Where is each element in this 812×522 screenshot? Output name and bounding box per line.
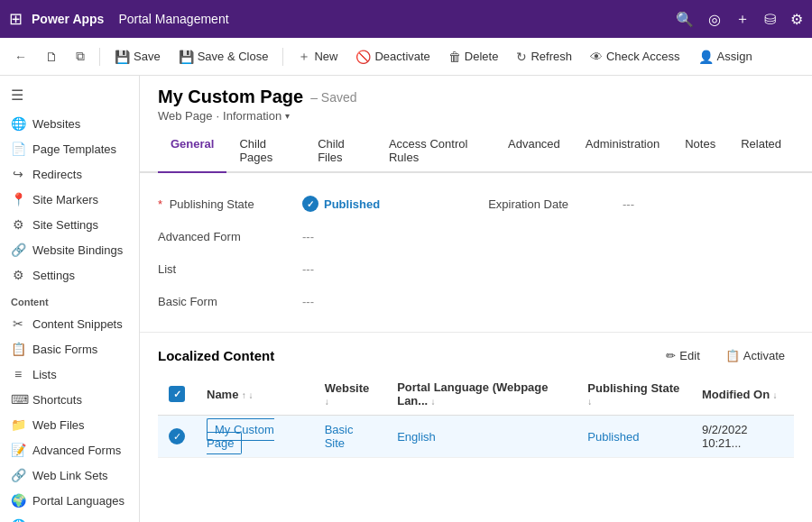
- row-website-link[interactable]: Basic Site: [325, 423, 354, 450]
- tab-access-control-rules[interactable]: Access Control Rules: [376, 130, 495, 173]
- col-publishing-state[interactable]: Publishing State ↓: [577, 373, 691, 416]
- content-area: My Custom Page – Saved Web Page · Inform…: [140, 76, 812, 522]
- sidebar-item-redirects[interactable]: ↪ Redirects: [0, 161, 139, 187]
- check-access-label: Check Access: [606, 50, 680, 63]
- sidebar-item-websites[interactable]: 🌐 Websites: [0, 111, 139, 136]
- publishing-sort-icon[interactable]: ↓: [587, 397, 592, 407]
- save-close-button[interactable]: 💾 Save & Close: [171, 46, 276, 68]
- tab-general[interactable]: General: [158, 130, 226, 173]
- subtitle-view: Information: [223, 109, 281, 123]
- publishing-state-row: * Publishing State ✓ Published Expiratio…: [158, 188, 794, 220]
- grid-icon[interactable]: ⊞: [9, 9, 23, 29]
- col-modified-on-label: Modified On: [702, 388, 770, 401]
- publishing-state-text: Publishing State: [170, 197, 254, 211]
- sidebar-item-content-snippets[interactable]: ✂ Content Snippets: [0, 311, 139, 336]
- lists-icon: ≡: [11, 367, 25, 381]
- select-all-col[interactable]: ✓: [158, 373, 196, 416]
- window-button[interactable]: ⧉: [69, 45, 92, 68]
- sidebar-label-advanced-forms: Advanced Forms: [32, 444, 121, 457]
- copilot-icon[interactable]: ◎: [708, 11, 721, 28]
- col-website[interactable]: Website ↓: [314, 373, 387, 416]
- tab-child-files[interactable]: Child Files: [305, 130, 376, 173]
- sidebar-label-site-settings: Site Settings: [32, 218, 98, 232]
- col-name[interactable]: Name ↑ ↓: [196, 373, 314, 416]
- modified-sort-icon[interactable]: ↓: [772, 390, 777, 400]
- tab-advanced[interactable]: Advanced: [495, 130, 573, 173]
- website-bindings-icon: 🔗: [11, 243, 25, 257]
- col-modified-on[interactable]: Modified On ↓: [691, 373, 794, 416]
- page-title: My Custom Page: [158, 87, 303, 107]
- refresh-button[interactable]: ↻ Refresh: [509, 46, 579, 68]
- assign-button[interactable]: 👤 Assign: [691, 46, 760, 68]
- assign-icon: 👤: [698, 50, 714, 64]
- add-icon[interactable]: ＋: [735, 10, 750, 29]
- sidebar-label-web-pages: Web Pages: [32, 519, 93, 523]
- sep1: [99, 48, 100, 66]
- sidebar-item-portal-languages[interactable]: 🌍 Portal Languages: [0, 488, 139, 513]
- sidebar-item-web-pages[interactable]: 🌐 Web Pages: [0, 513, 139, 522]
- sidebar-item-shortcuts[interactable]: ⌨ Shortcuts: [0, 387, 139, 412]
- save-close-icon: 💾: [179, 50, 194, 64]
- sidebar-item-site-settings[interactable]: ⚙ Site Settings: [0, 212, 139, 237]
- language-sort-icon[interactable]: ↓: [430, 397, 435, 407]
- sidebar-item-web-link-sets[interactable]: 🔗 Web Link Sets: [0, 462, 139, 488]
- sidebar-item-site-markers[interactable]: 📍 Site Markers: [0, 187, 139, 212]
- save-button[interactable]: 💾 Save: [107, 46, 168, 68]
- window-icon: ⧉: [76, 49, 85, 64]
- sidebar-label-web-files: Web Files: [32, 418, 85, 432]
- row-checkbox[interactable]: ✓: [169, 428, 185, 444]
- sidebar-item-lists[interactable]: ≡ Lists: [0, 362, 139, 387]
- delete-button[interactable]: 🗑 Delete: [441, 46, 506, 68]
- check-access-button[interactable]: 👁 Check Access: [583, 46, 687, 68]
- sidebar-item-page-templates[interactable]: 📄 Page Templates: [0, 136, 139, 161]
- back-button[interactable]: ←: [7, 46, 34, 68]
- site-markers-icon: 📍: [11, 192, 25, 206]
- portal-languages-icon: 🌍: [11, 493, 25, 508]
- edit-button[interactable]: ✏ Edit: [657, 345, 708, 366]
- tab-related[interactable]: Related: [728, 130, 794, 173]
- new-icon: ＋: [298, 49, 310, 65]
- row-publishing-state-cell: Published: [577, 416, 691, 458]
- activate-icon: 📋: [725, 349, 740, 362]
- new-button[interactable]: ＋ New: [291, 45, 345, 69]
- row-website-cell: Basic Site: [314, 416, 387, 458]
- table-row: ✓ My Custom Page Basic Site English: [158, 416, 794, 458]
- page-subtitle: Web Page · Information ▾: [158, 109, 794, 123]
- tab-administration[interactable]: Administration: [573, 130, 672, 173]
- website-sort-icon[interactable]: ↓: [325, 397, 329, 407]
- assign-label: Assign: [717, 50, 752, 63]
- deactivate-button[interactable]: 🚫 Deactivate: [348, 46, 437, 68]
- row-name-value: My Custom Page: [207, 418, 274, 454]
- col-language[interactable]: Portal Language (Webpage Lan... ↓: [386, 373, 577, 416]
- row-name-link[interactable]: My Custom Page: [207, 423, 274, 450]
- select-all-checkbox[interactable]: ✓: [169, 386, 185, 402]
- activate-button[interactable]: 📋 Activate: [716, 345, 794, 366]
- web-files-icon: 📁: [11, 417, 25, 432]
- tab-child-pages[interactable]: Child Pages: [226, 130, 305, 173]
- search-icon[interactable]: 🔍: [676, 11, 694, 28]
- subtitle-chevron-icon[interactable]: ▾: [285, 111, 290, 121]
- edit-icon: ✏: [666, 349, 676, 362]
- page-view-button[interactable]: 🗋: [38, 46, 65, 68]
- sidebar-item-web-files[interactable]: 📁 Web Files: [0, 412, 139, 437]
- delete-icon: 🗑: [448, 50, 461, 64]
- content-section-label: Content: [0, 288, 139, 311]
- expiration-group: Expiration Date ---: [488, 197, 634, 211]
- filter-icon[interactable]: ⛁: [764, 11, 776, 28]
- sidebar-item-website-bindings[interactable]: 🔗 Website Bindings: [0, 237, 139, 262]
- sidebar-item-settings[interactable]: ⚙ Settings: [0, 262, 139, 288]
- settings-icon[interactable]: ⚙: [790, 11, 803, 28]
- sidebar-item-advanced-forms[interactable]: 📝 Advanced Forms: [0, 437, 139, 462]
- name-sort-icon[interactable]: ↑ ↓: [242, 390, 254, 400]
- row-publishing-state-link[interactable]: Published: [587, 430, 639, 444]
- row-checkbox-cell[interactable]: ✓: [158, 416, 196, 458]
- subtitle-separator: ·: [216, 109, 219, 123]
- sidebar-item-basic-forms[interactable]: 📋 Basic Forms: [0, 336, 139, 362]
- advanced-form-label: Advanced Form: [158, 230, 302, 243]
- row-language-link[interactable]: English: [397, 430, 436, 444]
- row-modified-on-cell: 9/2/2022 10:21...: [691, 416, 794, 458]
- sidebar-toggle[interactable]: ☰: [0, 79, 139, 111]
- localized-actions: ✏ Edit 📋 Activate: [657, 345, 794, 366]
- sidebar: ☰ 🌐 Websites 📄 Page Templates ↪ Redirect…: [0, 76, 140, 522]
- tab-notes[interactable]: Notes: [672, 130, 728, 173]
